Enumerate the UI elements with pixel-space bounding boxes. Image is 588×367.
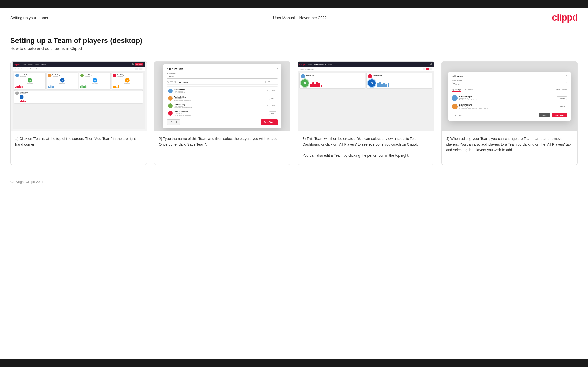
mock-edit-cancel-btn[interactable]: Cancel bbox=[539, 113, 550, 117]
mock-nav-1: clippd Home My Performance Teams Add Tea… bbox=[13, 62, 145, 67]
mock-team-card-2: Richard Butler Plus Handicap 72 bbox=[366, 73, 432, 89]
mock-prow-av-2 bbox=[168, 96, 173, 101]
mock-edit-loc-1: The Shire London, United Kingdom bbox=[459, 99, 555, 101]
mock-tab-all-players-edit[interactable]: All Players bbox=[465, 88, 473, 91]
mock-cancel-add[interactable]: Cancel bbox=[167, 119, 180, 125]
mock-pi-4: Dave Billington Plus Handicap bbox=[117, 74, 126, 77]
mock-nav-teams: Teams bbox=[41, 64, 46, 65]
mock-filter-edit: Filter by name bbox=[555, 89, 567, 90]
mock-ctrl-3c[interactable] bbox=[429, 68, 432, 70]
mock-bc3 bbox=[83, 86, 84, 88]
card-3-text-1: 3) This Team will then be created. You c… bbox=[303, 136, 429, 147]
mock-edit-remove-btn-2[interactable]: Remove bbox=[557, 105, 567, 108]
mock-sub-controls-3 bbox=[423, 68, 432, 70]
mock-tc-detail-2: Plus Handicap bbox=[373, 76, 382, 78]
mock-edit-loc-2: Royal North Devon Golf Club, United King… bbox=[459, 108, 555, 109]
mock-small-bars bbox=[20, 99, 28, 102]
mock-team-name-input-add[interactable]: Team A bbox=[167, 75, 278, 79]
mock-pd-2: Plus Handicap bbox=[52, 76, 60, 77]
mock-b3 bbox=[18, 86, 19, 88]
mock-pi-2: Blair McHarg Plus Handicap bbox=[52, 74, 60, 77]
card-3: clippd Home My Performance Teams Team A … bbox=[298, 61, 434, 165]
mock-trash-icon: 🗑 bbox=[454, 114, 456, 116]
mock-bb2 bbox=[49, 87, 50, 88]
mock-sub-controls bbox=[135, 68, 142, 70]
mock-ctrl-3b[interactable] bbox=[426, 68, 429, 70]
mock-edit-info-2: Blair McHarg Plus Handicap Royal North D… bbox=[459, 104, 555, 109]
mock-logo-3: clippd bbox=[299, 63, 306, 66]
mock-edit-right-btns: Cancel Save Team bbox=[539, 113, 567, 117]
mock-filter-checkbox[interactable] bbox=[265, 81, 267, 83]
mock-edit-name-1: Adrian Player bbox=[459, 95, 555, 98]
mock-add-team-btn[interactable]: Add Team bbox=[135, 63, 143, 66]
card-4: Edit Team × Team Name * Team A My Team (… bbox=[441, 61, 578, 165]
mock-small-player: Richard Butler Plus Handicap 72 bbox=[14, 90, 143, 104]
mock-modal-close-edit[interactable]: × bbox=[566, 74, 568, 78]
mock-b4 bbox=[19, 85, 20, 88]
mock-tc-av-1 bbox=[301, 74, 305, 78]
mock-prow-av-1 bbox=[168, 89, 173, 93]
mock-prow-loc-4: The Ding Maying Golf Club bbox=[174, 114, 268, 116]
mock-delete-btn[interactable]: 🗑 Delete bbox=[452, 113, 464, 117]
mock-edit-save-btn[interactable]: Save Team bbox=[552, 113, 567, 117]
mock-tc2b3 bbox=[381, 84, 383, 87]
mock-edit-av-2 bbox=[452, 104, 458, 109]
mock-nav-perf-3: Teams bbox=[328, 64, 332, 65]
mock-tc-score-1: 94 bbox=[301, 79, 309, 87]
mock-sub-header-3: Team A | All Players bbox=[298, 67, 434, 71]
mock-edit-name-2: Blair McHarg bbox=[459, 104, 555, 106]
mock-be4 bbox=[23, 100, 24, 102]
mock-prow-av-3 bbox=[168, 103, 173, 108]
mock-modal-title-add: Add New Team bbox=[167, 68, 278, 70]
mock-modal-title-edit: Edit Team bbox=[452, 75, 567, 78]
cards-grid: clippd Home My Performance Teams Add Tea… bbox=[10, 61, 578, 165]
mock-bars-3 bbox=[80, 85, 109, 88]
mock-ph-2: Blair McHarg Plus Handicap bbox=[48, 74, 77, 77]
card-4-screenshot: Edit Team × Team Name * Team A My Team (… bbox=[442, 62, 578, 131]
mock-prow-status-1: Player Added bbox=[267, 90, 276, 92]
mock-player-card-3: Dave Billingham 1-5 Handicap 94 Player Q… bbox=[79, 73, 111, 90]
mock-av-3 bbox=[80, 74, 84, 77]
mock-b6 bbox=[22, 86, 23, 88]
mock-modal-close-add[interactable]: × bbox=[276, 67, 278, 70]
mock-filter-checkbox-edit[interactable] bbox=[555, 89, 557, 90]
top-bar bbox=[0, 0, 588, 8]
mock-tc-score-row-2: 72 bbox=[368, 79, 431, 87]
mock-bars-2 bbox=[48, 85, 77, 88]
mock-bars-1 bbox=[15, 85, 44, 88]
mock-nav-right-3 bbox=[430, 63, 432, 65]
mock-ctrl-3a[interactable] bbox=[423, 68, 425, 70]
mock-ph-3: Dave Billingham 1-5 Handicap bbox=[80, 74, 109, 77]
mock-bd5 bbox=[118, 85, 119, 88]
mock-score-2: 0 bbox=[60, 78, 64, 82]
mock-tab-all-players-add[interactable]: All Players bbox=[179, 81, 188, 84]
card-2-screenshot: Add New Team × Team Name * Team A My Tea… bbox=[154, 62, 290, 131]
mock-ph-1: Adrian Coliba Plus Handicap bbox=[15, 74, 44, 77]
mock-be3 bbox=[22, 101, 23, 102]
mock-score-1: 84 bbox=[28, 78, 32, 82]
mock-team-name-input-edit[interactable]: Team A bbox=[452, 82, 567, 86]
mock-b5 bbox=[20, 86, 21, 88]
mock-save-add[interactable]: Save Team bbox=[261, 119, 278, 125]
mock-prow-2: Adrian Coliba 1-5 Handicap Central Londo… bbox=[168, 95, 276, 102]
mock-prow-add-btn-4[interactable]: Add bbox=[269, 111, 276, 115]
mock-tab-my-team-edit[interactable]: My Team (2) bbox=[452, 89, 461, 92]
mock-prow-add-btn-2[interactable]: Add bbox=[269, 97, 276, 100]
mock-nav-perf: My Performance bbox=[28, 64, 39, 65]
mock-prow-name-3: Blair McHarg bbox=[174, 103, 266, 105]
mock-bb4 bbox=[52, 86, 53, 88]
mock-tab-my-team-add[interactable]: My Team (2) bbox=[167, 81, 176, 83]
mock-tcb3 bbox=[314, 84, 316, 87]
page-title: Setting up a Team of players (desktop) bbox=[10, 37, 578, 45]
mock-prow-4: Dave Billingham 1-5 Handicap The Ding Ma… bbox=[168, 110, 276, 117]
mock-b2 bbox=[16, 86, 18, 88]
mock-tc-bars-2 bbox=[377, 81, 389, 87]
mock-large-row: Adrian Coliba Plus Handicap 84 Player Qu… bbox=[13, 71, 145, 90]
mock-avatar-small-3 bbox=[430, 63, 432, 65]
mock-pi-3: Dave Billingham 1-5 Handicap bbox=[85, 74, 94, 77]
mock-edit-remove-btn-1[interactable]: Remove bbox=[557, 96, 567, 100]
mock-prow-info-1: Adrian Player Plus Handicap The Shire Lo… bbox=[174, 89, 266, 93]
mock-pn-4: Dave Billington bbox=[117, 74, 126, 76]
mock-player-card-2: Blair McHarg Plus Handicap 0 Player Qual… bbox=[47, 73, 78, 90]
mock-be1 bbox=[20, 101, 21, 102]
